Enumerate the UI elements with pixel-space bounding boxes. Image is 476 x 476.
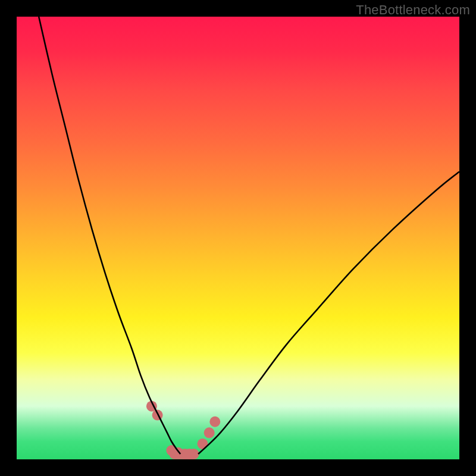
left-curve: [39, 17, 180, 454]
scatter-dot: [152, 410, 163, 421]
scatter-dots: [146, 401, 220, 459]
scatter-dot: [204, 427, 215, 438]
scatter-base: [170, 450, 198, 459]
scatter-dot: [209, 416, 220, 427]
watermark-text: TheBottleneck.com: [356, 2, 470, 18]
chart-svg: [17, 17, 459, 459]
chart-frame: TheBottleneck.com: [0, 0, 476, 476]
right-curve: [198, 171, 459, 454]
